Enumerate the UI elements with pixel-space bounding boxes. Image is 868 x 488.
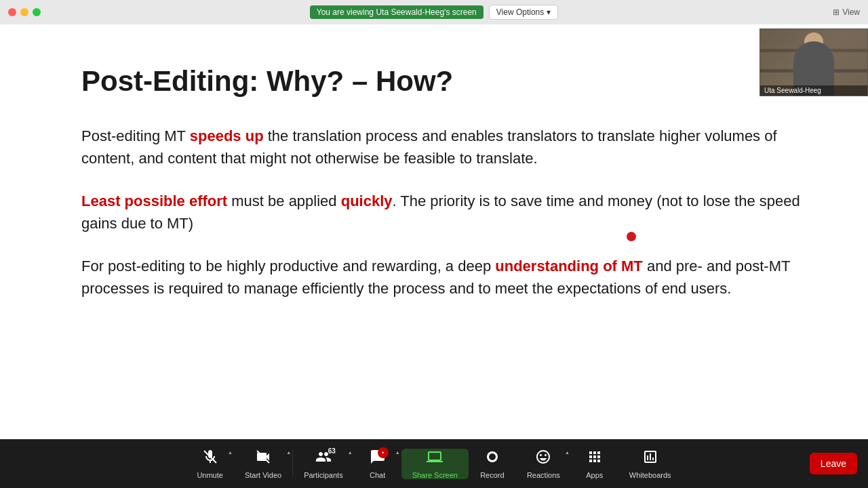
presenter-name-label: Uta Seewald-Heeg xyxy=(760,85,867,96)
chat-icon: • xyxy=(370,449,386,469)
screen-share-banner: You are viewing Uta Seewald-Heeg's scree… xyxy=(310,5,558,20)
video-icon xyxy=(255,449,271,469)
whiteboards-icon xyxy=(642,449,658,469)
unmute-button[interactable]: Unmute xyxy=(186,449,234,479)
participants-icon: 63 xyxy=(315,449,332,469)
para2-highlight1: Least possible effort xyxy=(81,192,227,209)
view-options-button[interactable]: View Options ▾ xyxy=(489,5,558,20)
reactions-icon xyxy=(535,449,551,469)
start-video-button[interactable]: Start Video xyxy=(234,449,292,479)
viewing-label: You are viewing Uta Seewald-Heeg's scree… xyxy=(310,5,484,19)
para3-highlight: understanding of MT xyxy=(495,258,643,274)
record-label: Record xyxy=(480,471,504,479)
share-screen-button[interactable]: Share Screen xyxy=(401,449,469,479)
presenter-video: Uta Seewald-Heeg xyxy=(760,28,868,96)
traffic-lights xyxy=(8,8,41,16)
view-label-right: ⊞ View xyxy=(833,7,860,17)
record-icon xyxy=(484,449,500,469)
para2-highlight2: quickly xyxy=(341,192,393,209)
slide-paragraph-2: Least possible effort must be applied qu… xyxy=(81,190,814,235)
participants-count: 63 xyxy=(328,447,336,455)
start-video-label: Start Video xyxy=(245,471,281,479)
view-icon: ⊞ xyxy=(833,7,840,17)
unmute-label: Unmute xyxy=(197,471,223,479)
participants-label: Participants xyxy=(304,471,342,479)
chevron-down-icon: ▾ xyxy=(547,7,551,17)
para2-text-before2: must be applied xyxy=(227,192,341,209)
microphone-icon xyxy=(202,449,218,469)
top-bar: You are viewing Uta Seewald-Heeg's scree… xyxy=(0,0,868,24)
slide-paragraph-3: For post-editing to be highly productive… xyxy=(81,255,814,300)
chat-label: Chat xyxy=(370,471,385,479)
video-inner: Uta Seewald-Heeg xyxy=(760,29,867,96)
view-text: View xyxy=(842,7,860,17)
para1-text-before: Post-editing MT xyxy=(81,127,190,144)
slide-content: Post-Editing: Why? – How? Post-editing M… xyxy=(0,24,868,439)
apps-button[interactable]: Apps xyxy=(571,449,618,479)
slide-title: Post-Editing: Why? – How? xyxy=(81,65,814,98)
minimize-button[interactable] xyxy=(20,8,28,16)
share-screen-label: Share Screen xyxy=(412,471,458,479)
bottom-toolbar: Unmute Start Video 63 Participants • xyxy=(0,439,868,488)
view-options-label: View Options xyxy=(496,7,544,17)
para1-highlight: speeds up xyxy=(190,127,264,144)
slide-paragraph-1: Post-editing MT speeds up the translatio… xyxy=(81,125,814,169)
chat-button[interactable]: • Chat xyxy=(354,449,401,479)
apps-icon xyxy=(587,449,603,469)
share-screen-icon xyxy=(427,449,443,469)
participants-button[interactable]: 63 Participants xyxy=(293,449,353,479)
chat-badge: • xyxy=(378,447,389,458)
whiteboards-button[interactable]: Whiteboards xyxy=(618,449,682,479)
apps-label: Apps xyxy=(586,471,603,479)
cursor-dot xyxy=(627,232,636,241)
reactions-label: Reactions xyxy=(527,471,560,479)
para3-text-before: For post-editing to be highly productive… xyxy=(81,258,495,274)
slide-body: Post-editing MT speeds up the translatio… xyxy=(81,125,814,300)
leave-button[interactable]: Leave xyxy=(810,453,857,474)
close-button[interactable] xyxy=(8,8,16,16)
record-button[interactable]: Record xyxy=(469,449,516,479)
svg-point-3 xyxy=(489,453,496,460)
fullscreen-button[interactable] xyxy=(33,8,41,16)
reactions-button[interactable]: Reactions xyxy=(516,449,571,479)
whiteboards-label: Whiteboards xyxy=(629,471,671,479)
